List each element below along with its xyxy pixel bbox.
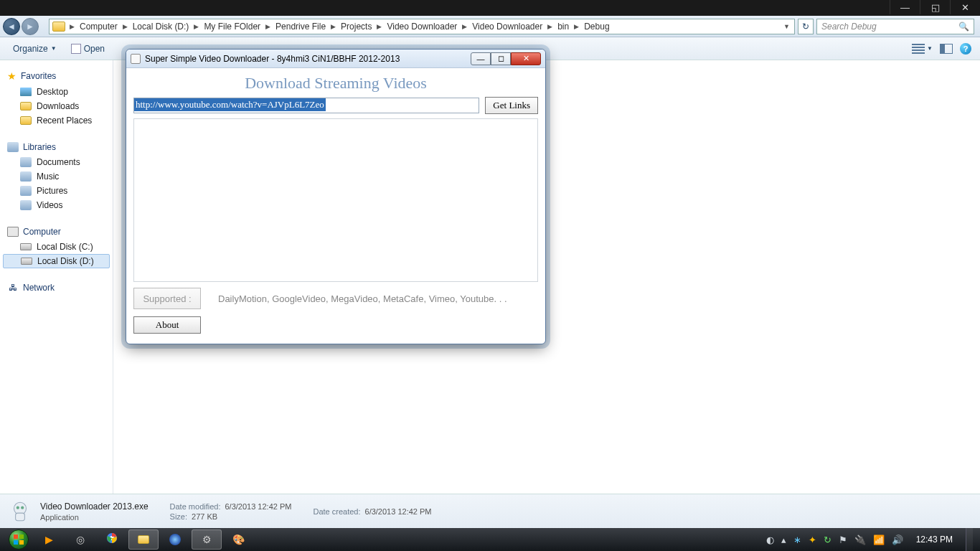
taskbar-item-app[interactable]: ⚙ [192, 529, 222, 550]
sidebar-item-disk-d[interactable]: Local Disk (D:) [3, 254, 110, 268]
open-button[interactable]: Open [64, 42, 112, 56]
breadcrumb-seg[interactable]: Video Downloader [383, 19, 461, 34]
globe-icon [169, 534, 181, 545]
nav-forward-button[interactable]: ► [22, 18, 39, 35]
network-header[interactable]: 🖧Network [0, 278, 113, 296]
chevron-right-icon[interactable]: ▶ [546, 23, 554, 30]
chevron-right-icon[interactable]: ▶ [375, 23, 383, 30]
results-box[interactable] [133, 118, 538, 282]
taskbar-item[interactable]: ◎ [65, 529, 95, 550]
size-value: 277 KB [192, 512, 217, 521]
breadcrumb-seg[interactable]: Local Disk (D:) [129, 19, 193, 34]
view-options-button[interactable]: ▼ [912, 44, 933, 54]
bg-maximize-button[interactable]: ◱ [920, 0, 950, 14]
app-maximize-button[interactable]: ◻ [491, 52, 511, 65]
date-modified-value: 6/3/2013 12:42 PM [225, 502, 292, 511]
svg-rect-6 [14, 540, 18, 545]
show-desktop-button[interactable] [966, 528, 973, 551]
chevron-right-icon[interactable]: ▶ [68, 23, 76, 30]
volume-icon[interactable]: 🔊 [892, 534, 903, 545]
get-links-button[interactable]: Get Links [485, 97, 538, 114]
chevron-right-icon[interactable]: ▶ [121, 23, 129, 30]
details-filename: Video Downloader 2013.exe [40, 501, 149, 512]
taskbar-item-media[interactable]: ▶ [34, 529, 64, 550]
sidebar-item-desktop[interactable]: Desktop [0, 85, 113, 99]
app-title: Super Simple Video Downloader - 8y4hmi3 … [145, 54, 400, 64]
breadcrumb-seg[interactable]: Pendrive File [272, 19, 329, 34]
svg-rect-7 [19, 540, 24, 545]
app-minimize-button[interactable]: — [471, 52, 491, 65]
system-tray: ◐ ▴ ∗ ✦ ↻ ⚑ 🔌 📶 🔊 12:43 PM [766, 528, 976, 551]
tray-chevron-icon[interactable]: ▴ [781, 534, 786, 545]
svg-rect-5 [19, 534, 24, 539]
details-pane: Video Downloader 2013.exe Application Da… [0, 494, 980, 528]
svg-point-3 [21, 506, 24, 509]
svg-rect-1 [16, 513, 25, 521]
sidebar-item-documents[interactable]: Documents [0, 155, 113, 169]
app-header: Download Streaming Videos [133, 72, 538, 97]
help-button[interactable]: ? [960, 43, 971, 55]
chevron-right-icon[interactable]: ▶ [329, 23, 337, 30]
star-icon: ★ [7, 70, 17, 82]
sidebar-item-pictures[interactable]: Pictures [0, 184, 113, 198]
breadcrumb-seg[interactable]: Debug [580, 19, 613, 34]
taskbar-item-chrome[interactable] [97, 529, 127, 550]
date-modified-label: Date modified: [170, 502, 221, 511]
search-input[interactable]: Search Debug 🔍 [816, 19, 974, 34]
computer-header[interactable]: Computer [0, 222, 113, 240]
sidebar-item-downloads[interactable]: Downloads [0, 99, 113, 113]
breadcrumb-seg[interactable]: My File FOlder [200, 19, 264, 34]
organize-button[interactable]: Organize ▼ [6, 42, 64, 56]
chevron-right-icon[interactable]: ▶ [264, 23, 272, 30]
taskbar-clock[interactable]: 12:43 PM [910, 534, 958, 545]
sidebar-item-disk-c[interactable]: Local Disk (C:) [0, 240, 113, 254]
chevron-right-icon[interactable]: ▶ [461, 23, 468, 30]
taskbar-item-explorer[interactable] [128, 529, 159, 550]
tray-icon[interactable]: ◐ [766, 534, 774, 545]
sidebar-item-videos[interactable]: Videos [0, 198, 113, 212]
chevron-right-icon[interactable]: ▶ [192, 23, 200, 30]
chevron-right-icon[interactable]: ▶ [573, 23, 580, 30]
about-button[interactable]: About [133, 316, 201, 334]
taskbar-item-paint[interactable]: 🎨 [223, 529, 253, 550]
bluetooth-icon[interactable]: ∗ [793, 534, 801, 545]
folder-icon [138, 535, 149, 544]
preview-pane-button[interactable] [940, 44, 953, 54]
breadcrumb-seg[interactable]: Projects [337, 19, 375, 34]
library-icon [20, 186, 32, 196]
libraries-icon [7, 142, 19, 152]
library-icon [20, 171, 32, 182]
breadcrumb-bar[interactable]: ▶ Computer▶ Local Disk (D:)▶ My File FOl… [49, 19, 795, 34]
breadcrumb-seg[interactable]: Video Downloader [468, 19, 546, 34]
libraries-header[interactable]: Libraries [0, 138, 113, 155]
url-input[interactable]: http://www.youtube.com/watch?v=AJVpL6L7Z… [133, 98, 479, 113]
bg-close-button[interactable]: ✕ [950, 0, 980, 14]
breadcrumb-seg[interactable]: bin [554, 19, 573, 34]
bg-minimize-button[interactable]: — [890, 0, 920, 14]
taskbar: ▶ ◎ ⚙ 🎨 ◐ ▴ ∗ ✦ ↻ ⚑ 🔌 📶 🔊 12:43 PM [0, 528, 980, 551]
chevron-down-icon: ▼ [51, 45, 57, 52]
taskbar-item[interactable] [160, 529, 190, 550]
power-icon[interactable]: 🔌 [854, 534, 866, 545]
favorites-header[interactable]: ★Favorites [0, 66, 113, 85]
library-icon [20, 157, 32, 167]
sidebar-item-music[interactable]: Music [0, 169, 113, 184]
folder-icon [20, 102, 32, 110]
start-button[interactable] [4, 529, 33, 550]
computer-icon [7, 227, 19, 237]
breadcrumb-seg[interactable]: Computer [76, 19, 121, 34]
tray-icon[interactable]: ✦ [809, 534, 816, 545]
app-close-button[interactable]: ✕ [511, 52, 541, 65]
nav-back-button[interactable]: ◄ [3, 18, 20, 35]
library-icon [20, 200, 32, 210]
network-icon[interactable]: 📶 [873, 534, 885, 545]
sidebar-item-recent[interactable]: Recent Places [0, 113, 113, 128]
app-titlebar[interactable]: Super Simple Video Downloader - 8y4hmi3 … [126, 50, 545, 68]
chevron-down-icon[interactable]: ▼ [779, 23, 794, 30]
action-center-icon[interactable]: ⚑ [839, 534, 847, 545]
disk-icon [20, 243, 32, 250]
supported-button[interactable]: Supported : [133, 288, 201, 309]
tray-icon[interactable]: ↻ [824, 534, 831, 545]
refresh-button[interactable]: ↻ [798, 19, 814, 34]
search-icon: 🔍 [958, 22, 969, 32]
